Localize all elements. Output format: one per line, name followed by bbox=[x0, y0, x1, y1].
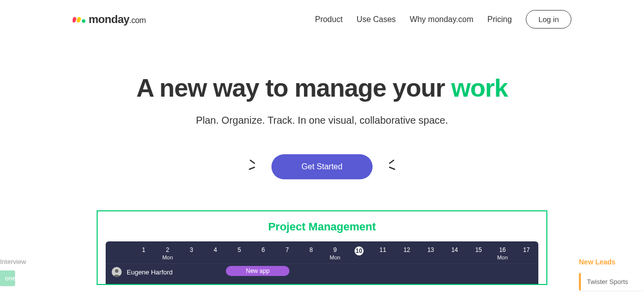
timeline-day[interactable]: 11 bbox=[371, 241, 395, 263]
logo-mark bbox=[73, 15, 87, 24]
timeline-day[interactable]: 4 bbox=[203, 241, 227, 263]
day-number: 1 bbox=[132, 246, 156, 253]
hero-section: A new way to manage your work Plan. Orga… bbox=[0, 74, 644, 179]
day-number: 2 bbox=[156, 246, 180, 253]
timeline-day[interactable]: 9Mon bbox=[323, 241, 347, 263]
day-label: Mon bbox=[156, 254, 180, 260]
day-number: 5 bbox=[227, 246, 251, 253]
nav-why[interactable]: Why monday.com bbox=[410, 15, 473, 24]
side-left-heading: Interview bbox=[0, 258, 75, 270]
day-number: 10 bbox=[355, 246, 364, 255]
day-number: 17 bbox=[514, 246, 538, 253]
day-number: 15 bbox=[467, 246, 491, 253]
svg-line-6 bbox=[390, 167, 395, 169]
day-number: 4 bbox=[203, 246, 227, 253]
side-preview-right: New Leads Twister Sports bbox=[579, 210, 644, 290]
timeline-day[interactable]: 1 bbox=[132, 241, 156, 263]
day-label: Mon bbox=[323, 254, 347, 260]
svg-rect-0 bbox=[73, 17, 77, 23]
timeline-day[interactable]: 13 bbox=[419, 241, 443, 263]
day-number: 3 bbox=[180, 246, 204, 253]
timeline-day[interactable]: 10 bbox=[347, 241, 371, 263]
spark-left-icon bbox=[247, 158, 260, 175]
side-preview-left: Interview one bbox=[0, 210, 75, 286]
site-header: monday.com Product Use Cases Why monday.… bbox=[0, 0, 644, 29]
spark-right-icon bbox=[384, 158, 397, 175]
day-number: 7 bbox=[275, 246, 299, 253]
side-right-heading: New Leads bbox=[579, 258, 644, 266]
side-right-card[interactable]: Twister Sports bbox=[579, 273, 644, 290]
svg-line-5 bbox=[390, 160, 394, 163]
hero-title: A new way to manage your work bbox=[0, 74, 644, 103]
nav-pricing[interactable]: Pricing bbox=[487, 15, 512, 24]
brand-name: monday.com bbox=[89, 13, 146, 26]
timeline-day[interactable]: 17 bbox=[514, 241, 538, 263]
timeline-row[interactable]: Eugene Harford New app bbox=[106, 264, 538, 280]
timeline-day[interactable]: 8 bbox=[299, 241, 323, 263]
svg-line-3 bbox=[250, 160, 254, 163]
nav-product[interactable]: Product bbox=[315, 15, 343, 24]
day-number: 14 bbox=[443, 246, 467, 253]
day-label: Mon bbox=[490, 254, 514, 260]
cta-row: Get Started bbox=[0, 154, 644, 179]
timeline: 12Mon3456789Mon10111213141516Mon17 Eugen… bbox=[106, 241, 538, 284]
timeline-day[interactable]: 2Mon bbox=[156, 241, 180, 263]
day-number: 9 bbox=[323, 246, 347, 253]
timeline-day[interactable]: 7 bbox=[275, 241, 299, 263]
timeline-day[interactable]: 16Mon bbox=[490, 241, 514, 263]
svg-point-8 bbox=[115, 269, 119, 273]
brand-logo[interactable]: monday.com bbox=[73, 13, 146, 26]
panel-title: Project Management bbox=[98, 220, 546, 233]
nav-use-cases[interactable]: Use Cases bbox=[357, 15, 396, 24]
avatar bbox=[112, 267, 122, 277]
timeline-day[interactable]: 14 bbox=[443, 241, 467, 263]
hero-subtitle: Plan. Organize. Track. In one visual, co… bbox=[0, 115, 644, 126]
day-number: 8 bbox=[299, 246, 323, 253]
timeline-day[interactable]: 5 bbox=[227, 241, 251, 263]
timeline-day[interactable]: 3 bbox=[180, 241, 204, 263]
get-started-button[interactable]: Get Started bbox=[271, 154, 373, 179]
day-number: 12 bbox=[395, 246, 419, 253]
timeline-header: 12Mon3456789Mon10111213141516Mon17 bbox=[106, 241, 538, 264]
project-panel: Project Management 12Mon3456789Mon101112… bbox=[97, 210, 547, 285]
day-number: 13 bbox=[419, 246, 443, 253]
day-number: 16 bbox=[490, 246, 514, 253]
svg-rect-1 bbox=[76, 17, 81, 23]
task-bar[interactable]: New app bbox=[226, 266, 289, 276]
svg-line-4 bbox=[249, 167, 254, 169]
timeline-day[interactable]: 12 bbox=[395, 241, 419, 263]
login-button[interactable]: Log in bbox=[526, 10, 571, 29]
main-nav: Product Use Cases Why monday.com Pricing… bbox=[315, 10, 571, 29]
svg-point-2 bbox=[82, 19, 86, 23]
timeline-day[interactable]: 6 bbox=[251, 241, 275, 263]
timeline-day[interactable]: 15 bbox=[467, 241, 491, 263]
side-left-pill: one bbox=[0, 270, 15, 286]
person-name: Eugene Harford bbox=[127, 268, 173, 276]
day-number: 6 bbox=[251, 246, 275, 253]
timeline-spacer bbox=[106, 241, 132, 263]
day-number: 11 bbox=[371, 246, 395, 253]
